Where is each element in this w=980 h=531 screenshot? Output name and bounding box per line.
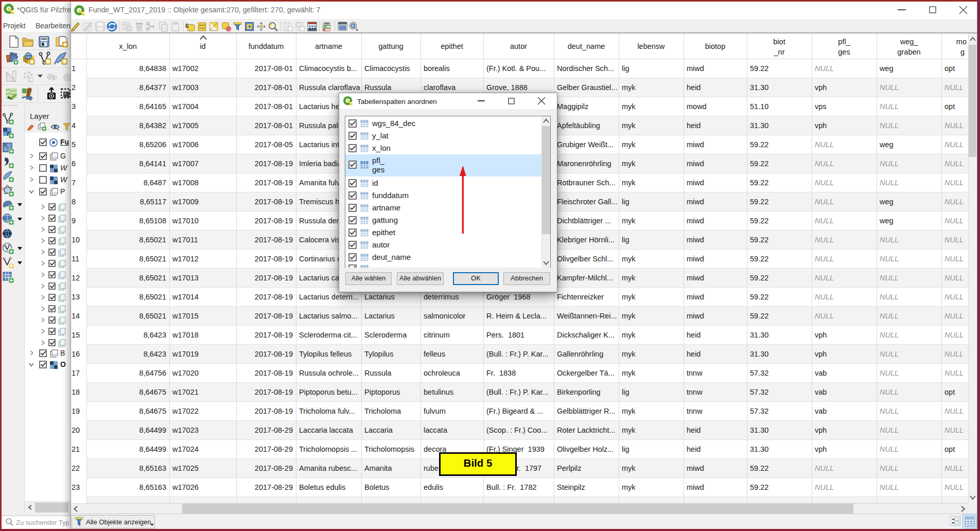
svg-text:ε: ε [185, 21, 189, 29]
